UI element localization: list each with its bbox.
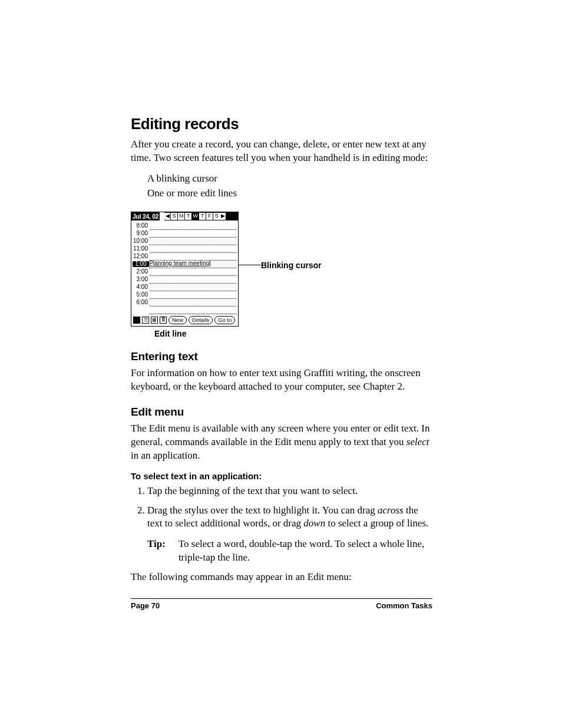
time-entry[interactable] — [150, 299, 236, 307]
day-s[interactable]: S — [170, 213, 177, 220]
page-footer: Page 70 Common Tasks — [131, 598, 432, 610]
feature-list: A blinking cursor One or more edit lines — [131, 171, 432, 201]
footer-section-title: Common Tasks — [376, 601, 432, 610]
time-row: 5:00 — [131, 291, 236, 299]
time-entry[interactable] — [150, 245, 236, 253]
new-button[interactable]: New — [168, 316, 187, 324]
tip-row: Tip: To select a word, double-tap the wo… — [147, 538, 432, 565]
heading-editing-records: Editing records — [131, 115, 432, 133]
callout-leader-line — [239, 265, 261, 265]
document-page: Editing records After you create a recor… — [0, 0, 562, 728]
step-2-a: Drag the stylus over the text to highlig… — [147, 505, 378, 516]
view-day-icon[interactable] — [133, 317, 140, 324]
time-entry[interactable] — [150, 284, 236, 291]
time-row: 10:00 — [131, 238, 236, 245]
time-entry[interactable] — [150, 276, 236, 284]
tip-text: To select a word, double-tap the word. T… — [178, 538, 432, 565]
time-entry[interactable] — [150, 238, 236, 245]
time-label[interactable]: 3:00 — [131, 276, 150, 282]
day-f[interactable]: F — [206, 213, 213, 220]
time-row-empty — [131, 307, 236, 314]
callout-group: Blinking cursor — [261, 212, 322, 270]
tip-label: Tip: — [147, 538, 166, 565]
time-row: 11:00 — [131, 245, 236, 253]
time-label[interactable]: 10:00 — [131, 238, 150, 244]
procedure-steps: Tap the beginning of the text that you w… — [131, 485, 432, 565]
entering-text-paragraph: For information on how to enter text usi… — [131, 367, 432, 394]
time-row: 6:00 — [131, 299, 236, 307]
procedure-heading: To select text in an application: — [131, 471, 432, 481]
figure-row: Jul 24, 02 ◀ S M T W T F S ▶ 8:00 9:00 1… — [131, 212, 432, 327]
time-label[interactable]: 9:00 — [131, 230, 150, 236]
time-label[interactable]: 6:00 — [131, 299, 150, 305]
time-row: 9:00 — [131, 230, 236, 238]
editmenu-intro-2: in an application. — [131, 450, 200, 461]
footer-rule — [131, 598, 432, 599]
editmenu-intro-1: The Edit menu is available with any scre… — [131, 423, 429, 447]
callout-edit-line: Edit line — [154, 329, 432, 338]
handheld-topbar: Jul 24, 02 ◀ S M T W T F S ▶ — [131, 212, 238, 220]
closing-paragraph: The following commands may appear in an … — [131, 571, 432, 584]
next-arrow-icon[interactable]: ▶ — [220, 213, 226, 220]
step-2-c: to select a group of lines. — [325, 518, 428, 529]
editmenu-intro-italic: select — [406, 436, 429, 447]
blinking-cursor-icon — [210, 261, 210, 266]
day-picker[interactable]: S M T W T F S — [170, 212, 220, 220]
time-label[interactable]: 12:00 — [131, 253, 150, 259]
time-row: 8:00 — [131, 222, 236, 230]
step-2-down: down — [303, 518, 325, 529]
handheld-date: Jul 24, 02 — [131, 213, 160, 220]
view-month-icon[interactable]: ▦ — [151, 317, 158, 324]
details-button[interactable]: Details — [189, 316, 213, 324]
view-week-icon[interactable]: ☰ — [142, 317, 149, 324]
time-entry[interactable] — [150, 291, 236, 299]
footer-page-number: Page 70 — [131, 601, 160, 610]
view-agenda-icon[interactable]: ≣ — [160, 317, 167, 324]
time-entry-active[interactable]: Planning team meeting — [149, 261, 236, 268]
day-t[interactable]: T — [184, 213, 191, 220]
time-row: 2:00 — [131, 268, 236, 276]
prev-arrow-icon[interactable]: ◀ — [164, 213, 170, 220]
editmenu-intro-paragraph: The Edit menu is available with any scre… — [131, 422, 432, 463]
time-label[interactable]: 2:00 — [131, 269, 150, 275]
time-entry[interactable] — [150, 268, 236, 276]
topbar-gap — [160, 212, 164, 220]
time-row: 3:00 — [131, 276, 236, 284]
time-label-selected[interactable]: 1:00 — [133, 261, 149, 267]
time-row: 4:00 — [131, 284, 236, 291]
feature-item-cursor: A blinking cursor — [147, 171, 432, 186]
handheld-screenshot: Jul 24, 02 ◀ S M T W T F S ▶ 8:00 9:00 1… — [131, 212, 239, 327]
entry-text: Planning team meeting — [149, 260, 209, 266]
time-row-selected: 1:00 Planning team meeting — [131, 261, 236, 268]
handheld-time-rows: 8:00 9:00 10:00 11:00 12:00 1:00 Plannin… — [131, 220, 238, 314]
intro-paragraph: After you create a record, you can chang… — [131, 138, 432, 165]
time-entry[interactable] — [150, 230, 236, 238]
day-t2[interactable]: T — [199, 213, 206, 220]
step-2-across: across — [378, 505, 404, 516]
heading-edit-menu: Edit menu — [131, 406, 432, 419]
heading-entering-text: Entering text — [131, 350, 432, 363]
step-1: Tap the beginning of the text that you w… — [147, 485, 432, 498]
time-entry[interactable] — [150, 307, 236, 314]
time-label[interactable]: 8:00 — [131, 223, 150, 229]
time-label[interactable]: 5:00 — [131, 292, 150, 298]
time-label[interactable]: 11:00 — [131, 246, 150, 252]
handheld-bottom-bar: ☰ ▦ ≣ New Details Go to — [131, 314, 238, 326]
time-label[interactable]: 4:00 — [131, 284, 150, 290]
callout-blinking-cursor: Blinking cursor — [261, 261, 322, 270]
day-m[interactable]: M — [177, 213, 184, 220]
day-w-selected[interactable]: W — [191, 213, 199, 220]
day-s2[interactable]: S — [213, 213, 220, 220]
feature-item-editlines: One or more edit lines — [147, 186, 432, 201]
step-2: Drag the stylus over the text to highlig… — [147, 504, 432, 565]
goto-button[interactable]: Go to — [214, 316, 235, 324]
time-entry[interactable] — [150, 222, 236, 230]
